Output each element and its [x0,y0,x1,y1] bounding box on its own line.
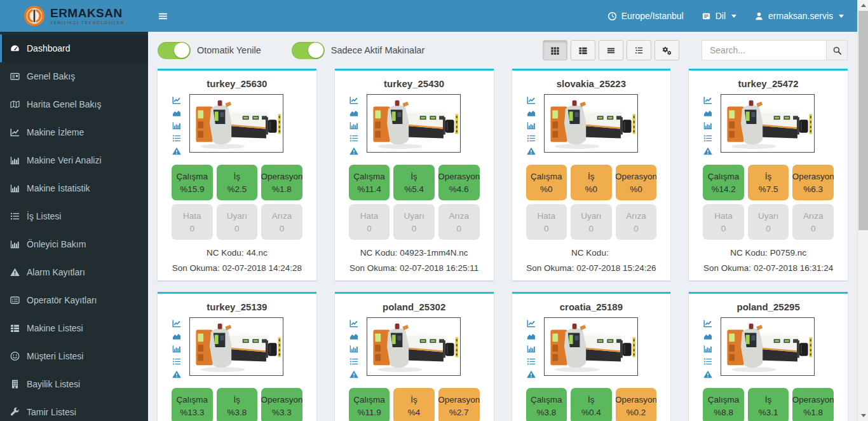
view-button-th[interactable] [543,40,567,60]
last-read-line: Son Okuma:02-07-2018 14:24:28 [172,263,302,273]
th-icon [550,46,560,55]
sidebar-item-genel-bakis[interactable]: Genel Bakış [0,62,148,90]
machine-image[interactable] [365,94,480,153]
view-button-bars[interactable] [599,40,623,60]
auto-refresh-toggle[interactable] [158,42,191,59]
sidebar-item-makine-istatistik[interactable]: Makine İstatistik [0,174,148,202]
area-chart-icon[interactable] [703,331,713,341]
line-chart-icon[interactable] [703,95,713,105]
stat-badge: Çalışma%11.9 [349,388,390,421]
warning-icon[interactable] [172,146,182,156]
list-icon[interactable] [172,357,182,366]
bar-chart-icon[interactable] [526,121,536,130]
vertical-scrollbar[interactable] [857,0,868,421]
auto-refresh-label: Otomatik Yenile [197,45,261,55]
machine-image[interactable] [365,317,480,376]
area-chart-icon[interactable] [526,331,536,341]
search-input[interactable] [702,40,826,60]
sidebar-item-makine-izleme[interactable]: Makine İzleme [0,118,148,146]
warning-icon[interactable] [172,369,182,379]
machine-image[interactable] [719,94,834,153]
sidebar-item-makine-listesi[interactable]: Makine Listesi [0,314,148,342]
search-button[interactable] [826,40,848,60]
area-chart-icon[interactable] [349,108,359,118]
list-icon[interactable] [526,357,536,366]
sidebar-item-alarm-kayitlari[interactable]: Alarm Kayıtları [0,258,148,286]
user-icon [754,11,764,21]
scrollbar-up-button[interactable] [858,0,868,11]
sidebar-item-onleyici-bakim[interactable]: Önleyici Bakım [0,230,148,258]
line-chart-icon[interactable] [526,319,536,328]
list-icon[interactable] [172,134,182,143]
language-menu[interactable]: Dil [693,0,745,32]
bar-chart-icon[interactable] [349,344,359,354]
sidebar-item-dashboard[interactable]: Dashboard [0,34,148,62]
sidebar-item-makine-veri-analizi[interactable]: Makine Veri Analizi [0,146,148,174]
sidebar-item-is-listesi[interactable]: İş Listesi [0,202,148,230]
sidebar-item-label: Müşteri Listesi [27,351,83,361]
area-chart-icon[interactable] [172,331,182,341]
machine-image[interactable] [543,94,657,153]
view-button-cogs[interactable] [654,40,679,60]
sidebar-toggle-button[interactable] [148,0,177,32]
bar-chart-icon[interactable] [349,121,359,130]
area-chart-icon[interactable] [172,108,182,118]
machine-name: poland_25295 [703,298,834,317]
sidebar-item-bayilik-listesi[interactable]: Bayilik Listesi [0,370,148,398]
line-chart-icon[interactable] [349,319,359,328]
th-list-icon [10,323,20,333]
machine-name: slovakia_25223 [526,75,657,94]
warning-icon[interactable] [703,369,713,379]
bar-chart-icon[interactable] [172,344,182,354]
list-icon[interactable] [526,134,536,143]
alert-badge: Hata0 [526,204,567,240]
list-icon[interactable] [703,134,713,143]
machine-image[interactable] [719,317,834,376]
list-icon[interactable] [703,357,713,366]
line-chart-icon[interactable] [526,95,536,105]
brand-title: ERMAKSAN [50,7,125,19]
sidebar-item-harita-genel-bakis[interactable]: Harita Genel Bakış [0,90,148,118]
stat-badge: Operasyon%2.7 [438,388,480,421]
area-chart-icon[interactable] [349,331,359,341]
toggle-knob [308,43,323,58]
warning-icon[interactable] [349,369,359,379]
warning-icon[interactable] [526,369,536,379]
area-chart-icon[interactable] [703,108,713,118]
area-chart-icon[interactable] [526,108,536,118]
list-icon[interactable] [349,134,359,143]
timezone-menu[interactable]: Europe/Istanbul [599,0,693,32]
stat-row: Çalışma%13.3 İş%3.8 Operasyon%3.3 [172,388,302,421]
last-read-value: 02-07-2018 16:31:24 [754,263,833,273]
bar-chart-icon[interactable] [703,344,713,354]
bar-chart-icon[interactable] [526,344,536,354]
machine-name: poland_25302 [349,298,480,317]
line-chart-icon[interactable] [172,319,182,328]
scrollbar-thumb[interactable] [858,11,868,230]
warning-icon[interactable] [703,146,713,156]
nc-code-value: 04923-1mm4N.nc [400,248,468,258]
list-icon[interactable] [349,357,359,366]
view-button-list-ol[interactable] [627,40,651,60]
brand[interactable]: ERMAKSAN YENİLİKÇİ TEKNOLOJİLER [0,0,148,32]
user-menu[interactable]: ermaksan.servis [745,0,853,32]
active-machines-toggle[interactable] [292,42,325,59]
machine-image[interactable] [188,94,302,153]
bar-chart-icon[interactable] [703,121,713,130]
sidebar-item-operator-kayitlari[interactable]: Operatör Kayıtları [0,286,148,314]
scrollbar-down-button[interactable] [858,410,868,421]
sidebar-item-musteri-listesi[interactable]: Müşteri Listesi [0,342,148,370]
sidebar: Dashboard Genel Bakış Harita Genel Bakış… [0,32,148,421]
machine-image[interactable] [188,317,302,376]
bar-chart-icon[interactable] [172,121,182,130]
sidebar-item-label: Genel Bakış [27,71,75,81]
line-chart-icon[interactable] [703,319,713,328]
card-action-icons [349,94,365,156]
sidebar-item-tamir-listesi[interactable]: Tamir Listesi [0,398,148,421]
warning-icon[interactable] [349,146,359,156]
line-chart-icon[interactable] [349,95,359,105]
line-chart-icon[interactable] [172,95,182,105]
machine-image[interactable] [543,317,657,376]
view-button-th-list[interactable] [571,40,595,60]
warning-icon[interactable] [526,146,536,156]
